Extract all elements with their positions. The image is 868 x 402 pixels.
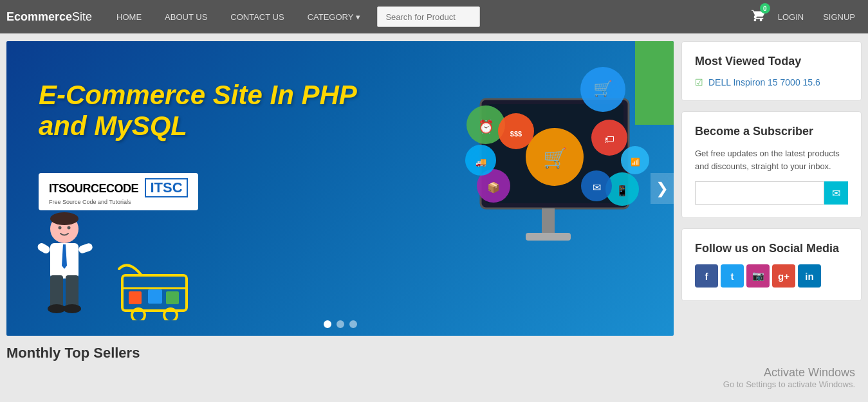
search-box — [377, 6, 480, 27]
svg-rect-22 — [526, 233, 571, 241]
svg-text:🏷: 🏷 — [604, 134, 614, 145]
svg-rect-5 — [78, 242, 94, 255]
search-input[interactable] — [377, 6, 480, 27]
nav-category-label: CATEGORY — [308, 12, 354, 22]
headline-line1: E-Commerce Site In PHP — [39, 80, 357, 111]
brand-name-regular: Site — [72, 10, 92, 23]
cart-button[interactable]: 0 — [751, 8, 765, 25]
svg-point-9 — [63, 304, 81, 313]
svg-text:🛒: 🛒 — [593, 79, 613, 98]
signup-button[interactable]: SIGNUP — [817, 12, 862, 22]
character-svg — [26, 211, 103, 314]
svg-point-8 — [48, 304, 66, 313]
cart-svg-illustration — [116, 256, 206, 320]
most-viewed-item[interactable]: ☑ DELL Inspiron 15 7000 15.6 — [695, 77, 848, 87]
monitor-illustration: 🛒 🛒 ⏰ 🏷 📱 — [416, 60, 661, 305]
logo-sub: Free Source Code and Tutorials — [49, 199, 188, 205]
linkedin-button[interactable]: in — [798, 264, 821, 288]
slider-dot-2[interactable] — [337, 320, 344, 328]
social-icons-group: f t 📷 g+ in — [695, 264, 848, 288]
sidebar: Most Viewed Today ☑ DELL Inspiron 15 700… — [681, 41, 862, 361]
nav-contact[interactable]: CONTACT US — [219, 0, 295, 33]
cart-illustration — [116, 256, 206, 323]
svg-rect-21 — [542, 208, 555, 234]
svg-point-10 — [59, 226, 62, 230]
character-illustration — [26, 211, 103, 316]
googleplus-button[interactable]: g+ — [772, 264, 795, 288]
check-icon: ☑ — [695, 77, 703, 87]
facebook-button[interactable]: f — [695, 264, 718, 288]
navbar: EcommerceSite HOME ABOUT US CONTACT US C… — [0, 0, 868, 33]
most-viewed-product: DELL Inspiron 15 7000 15.6 — [708, 77, 820, 87]
slider-dots — [324, 320, 357, 328]
nav-home[interactable]: HOME — [105, 0, 153, 33]
twitter-button[interactable]: t — [721, 264, 744, 288]
subscriber-submit-button[interactable]: ✉ — [824, 181, 848, 205]
svg-text:✉: ✉ — [593, 182, 601, 193]
svg-rect-16 — [129, 291, 142, 304]
svg-text:🛒: 🛒 — [543, 147, 568, 170]
slider-section: E-Commerce Site In PHP and MySQL ITSOURC… — [6, 41, 674, 361]
subscriber-form: ✉ — [695, 181, 848, 205]
activate-windows-title: Activate Windows — [723, 366, 855, 369]
svg-text:🚚: 🚚 — [476, 157, 487, 168]
logo-abbr: ITSC — [145, 178, 187, 197]
slide-headline: E-Commerce Site In PHP and MySQL — [39, 80, 357, 142]
nav-category[interactable]: CATEGORY ▾ — [296, 0, 373, 33]
slider-image: E-Commerce Site In PHP and MySQL ITSOURC… — [6, 41, 674, 336]
slider-wrapper: E-Commerce Site In PHP and MySQL ITSOURC… — [6, 41, 674, 336]
svg-text:📶: 📶 — [631, 157, 640, 167]
main-container: E-Commerce Site In PHP and MySQL ITSOURC… — [0, 33, 868, 369]
monitor-svg: 🛒 🛒 ⏰ 🏷 📱 — [416, 60, 661, 305]
most-viewed-title: Most Viewed Today — [695, 55, 848, 68]
brand-logo[interactable]: EcommerceSite — [6, 10, 92, 24]
svg-rect-6 — [50, 275, 63, 307]
monthly-top-sellers-title: Monthly Top Sellers — [6, 345, 674, 361]
svg-point-1 — [50, 212, 78, 225]
brand-name-bold: Ecommerce — [6, 10, 72, 23]
nav-about[interactable]: ABOUT US — [153, 0, 219, 33]
green-block-decoration — [635, 41, 674, 125]
subscriber-description: Get free updates on the latest products … — [695, 147, 848, 172]
svg-point-11 — [68, 226, 71, 230]
email-send-icon: ✉ — [832, 187, 840, 199]
svg-rect-4 — [36, 242, 51, 255]
most-viewed-card: Most Viewed Today ☑ DELL Inspiron 15 700… — [681, 41, 862, 101]
svg-text:📦: 📦 — [487, 181, 500, 194]
activate-windows-watermark: Activate Windows Go to Settings to activ… — [723, 366, 855, 369]
navbar-right: 0 LOGIN SIGNUP — [751, 8, 862, 25]
social-media-title: Follow us on Social Media — [695, 242, 848, 255]
slider-next-button[interactable]: ❯ — [651, 173, 674, 204]
slider-dot-3[interactable] — [349, 320, 357, 328]
svg-text:$$$: $$$ — [510, 130, 522, 138]
nav-links: HOME ABOUT US CONTACT US CATEGORY ▾ — [105, 0, 372, 33]
subscriber-card: Become a Subscriber Get free updates on … — [681, 111, 862, 218]
headline-line2: and MySQL — [39, 111, 357, 142]
social-media-card: Follow us on Social Media f t 📷 g+ in — [681, 228, 862, 301]
slide-content: E-Commerce Site In PHP and MySQL ITSOURC… — [6, 41, 674, 336]
svg-text:⏰: ⏰ — [478, 119, 494, 134]
svg-rect-18 — [166, 291, 179, 304]
subscriber-title: Become a Subscriber — [695, 125, 848, 138]
instagram-button[interactable]: 📷 — [746, 264, 770, 288]
svg-rect-17 — [148, 289, 162, 304]
slider-dot-1[interactable] — [324, 320, 331, 328]
subscriber-email-input[interactable] — [695, 181, 824, 205]
svg-text:📱: 📱 — [616, 185, 629, 197]
itsourcecode-logo: ITSOURCECODE ITSC Free Source Code and T… — [39, 173, 198, 210]
cart-badge: 0 — [760, 3, 770, 14]
chevron-down-icon: ▾ — [356, 12, 360, 22]
login-button[interactable]: LOGIN — [771, 12, 810, 22]
logo-text: ITSOURCECODE — [49, 182, 138, 195]
svg-rect-7 — [66, 275, 78, 307]
